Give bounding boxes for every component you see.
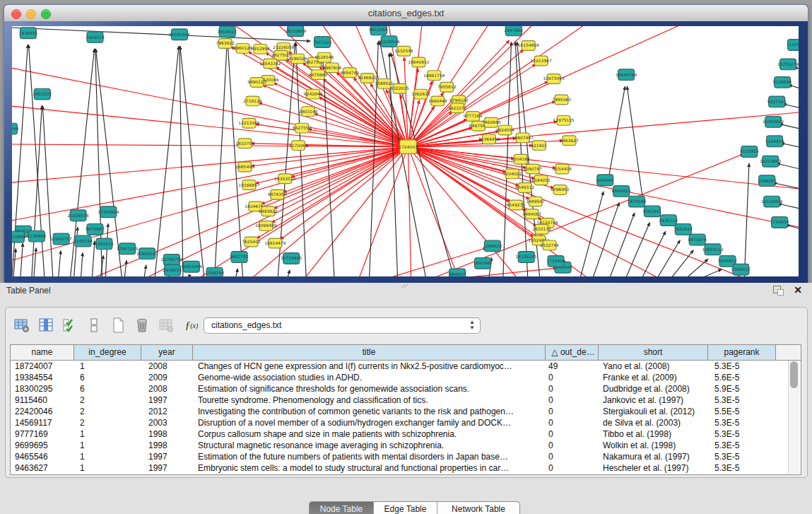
- graph-node[interactable]: 9890123: [247, 78, 266, 88]
- graph-node[interactable]: 16033809: [285, 26, 307, 37]
- graph-node[interactable]: 1692845: [473, 258, 493, 269]
- graph-node[interactable]: 9154409: [553, 164, 572, 174]
- hub-graph-node[interactable]: 1724007: [399, 140, 418, 154]
- graph-node[interactable]: 7485063: [552, 95, 571, 105]
- graph-node[interactable]: 1156869: [28, 230, 47, 242]
- graph-node[interactable]: 1489547: [526, 197, 545, 206]
- graph-node[interactable]: 16099489: [255, 221, 277, 231]
- graph-node[interactable]: 1145194: [73, 235, 93, 247]
- graph-node[interactable]: 7932621: [673, 223, 693, 235]
- graph-node[interactable]: 16961758: [423, 71, 445, 81]
- graph-node[interactable]: 14136141: [516, 252, 538, 263]
- table-selector[interactable]: citations_edges.txt ▲▼: [204, 317, 481, 334]
- graph-node[interactable]: 1710434: [770, 217, 789, 228]
- graph-node[interactable]: 16782759: [161, 255, 183, 266]
- graph-node[interactable]: 1685495: [235, 162, 254, 172]
- graph-node[interactable]: 12213366: [238, 118, 260, 128]
- graph-node[interactable]: 621601: [531, 141, 547, 151]
- vertical-scrollbar[interactable]: [788, 361, 800, 474]
- graph-node[interactable]: 16648784: [616, 69, 637, 81]
- graph-node[interactable]: 8854749: [341, 68, 360, 78]
- tab-network-table[interactable]: Network Table: [437, 502, 519, 514]
- graph-node[interactable]: 20091406: [169, 29, 191, 40]
- graph-node[interactable]: 3915985: [12, 231, 25, 243]
- window-titlebar[interactable]: citations_edges.txt: [4, 5, 808, 22]
- table-row[interactable]: 946362711997Embryonic stem cells: a mode…: [11, 462, 801, 474]
- graph-node[interactable]: 16210643: [760, 156, 782, 167]
- graph-node[interactable]: 16353534: [274, 174, 296, 184]
- graph-node[interactable]: 984507: [449, 269, 466, 276]
- graph-node[interactable]: 8186328: [288, 54, 307, 64]
- graph-node[interactable]: 8549312: [515, 183, 534, 193]
- graph-node[interactable]: 9561441: [643, 206, 662, 217]
- graph-node[interactable]: 1069422: [483, 240, 502, 252]
- tab-node-table[interactable]: Node Table: [310, 502, 374, 514]
- table-settings-icon[interactable]: [11, 315, 33, 335]
- graph-node[interactable]: 16914479: [264, 238, 286, 248]
- graph-node[interactable]: 2967608: [323, 63, 342, 73]
- graph-node[interactable]: 8960128: [233, 44, 252, 54]
- row-selection-icon[interactable]: [59, 315, 81, 335]
- graph-node[interactable]: 1938455: [19, 28, 38, 39]
- table-row[interactable]: 1830029562008Estimation of significance …: [11, 383, 801, 395]
- graph-node[interactable]: 2803144: [299, 107, 318, 117]
- table-row[interactable]: 946554611997Estimation of the future num…: [11, 451, 801, 462]
- graph-node[interactable]: 7857223: [313, 37, 332, 48]
- graph-node[interactable]: 1621072: [448, 103, 467, 113]
- graph-node[interactable]: 9975887: [86, 223, 105, 235]
- column-header-in-degree[interactable]: in_degree: [74, 345, 141, 360]
- graph-node[interactable]: 8164251: [531, 175, 551, 185]
- graph-node[interactable]: 9493822: [259, 206, 278, 216]
- graph-node[interactable]: 9777169: [464, 112, 483, 122]
- table-row[interactable]: 977716911998Corpus callosum shape and si…: [11, 428, 801, 440]
- graph-node[interactable]: 17359924: [98, 206, 119, 218]
- graph-node[interactable]: 7462668: [482, 117, 501, 127]
- table-row[interactable]: 2242004622012Investigating the contribut…: [11, 406, 801, 417]
- graph-node[interactable]: 8475685: [309, 70, 328, 80]
- new-document-icon[interactable]: [107, 315, 129, 335]
- close-icon[interactable]: ✕: [794, 284, 802, 296]
- graph-node[interactable]: 8878354: [268, 189, 287, 199]
- graph-node[interactable]: 9227343: [767, 96, 787, 107]
- graph-node[interactable]: 7963822: [216, 39, 235, 49]
- graph-node[interactable]: 16154808: [518, 41, 540, 51]
- graph-node[interactable]: 1615132: [532, 224, 551, 234]
- graph-node[interactable]: 9463627: [560, 136, 579, 146]
- graph-node[interactable]: 7204007: [503, 169, 522, 179]
- graph-node[interactable]: 8549275: [507, 200, 526, 210]
- show-columns-icon[interactable]: [35, 315, 57, 335]
- graph-node[interactable]: 9242848: [304, 89, 323, 99]
- column-header-short[interactable]: short: [599, 345, 708, 360]
- graph-node[interactable]: 1112483: [787, 40, 799, 51]
- graph-node[interactable]: 1362615: [411, 89, 430, 99]
- graph-node[interactable]: 19166857: [238, 180, 260, 190]
- graph-node[interactable]: 8912954: [251, 44, 270, 54]
- graph-node[interactable]: 8215955: [740, 146, 759, 158]
- graph-node[interactable]: 1232546: [394, 46, 413, 56]
- graph-node[interactable]: 1810755: [235, 139, 254, 148]
- graph-node[interactable]: 8471676: [688, 234, 707, 245]
- scrollbar-thumb[interactable]: [790, 361, 798, 388]
- graph-node[interactable]: 18640910: [408, 57, 430, 67]
- graph-node[interactable]: 12093822: [763, 116, 784, 127]
- graph-node[interactable]: 12110454: [761, 196, 783, 207]
- graph-node[interactable]: 8604523: [218, 26, 237, 37]
- float-window-icon[interactable]: [773, 286, 784, 296]
- graph-node[interactable]: 1244419: [765, 136, 784, 147]
- column-header-year[interactable]: year: [141, 345, 193, 360]
- column-header-pagerank[interactable]: pagerank: [708, 345, 776, 360]
- graph-node[interactable]: 2204162: [512, 154, 531, 164]
- graph-node[interactable]: 940944: [597, 175, 613, 186]
- graph-node[interactable]: 8322035: [390, 83, 409, 93]
- tab-edge-table[interactable]: Edge Table: [374, 502, 437, 514]
- graph-node[interactable]: 8427552: [293, 123, 312, 133]
- column-header-out-degree[interactable]: △ out_de…: [546, 345, 599, 360]
- network-graph[interactable]: 7963822896012889129542322605898275051654…: [12, 26, 799, 276]
- graph-node[interactable]: 2053105: [33, 88, 52, 100]
- graph-node[interactable]: 3624554: [496, 125, 515, 135]
- network-canvas[interactable]: 7963822896012889129542322605898275051654…: [12, 26, 799, 276]
- table-row[interactable]: 1938455462009Genome-wide association stu…: [11, 372, 801, 383]
- graph-node[interactable]: 9857791: [230, 252, 249, 263]
- graph-node[interactable]: 20364456: [478, 134, 500, 144]
- graph-node[interactable]: 1632540: [12, 123, 19, 134]
